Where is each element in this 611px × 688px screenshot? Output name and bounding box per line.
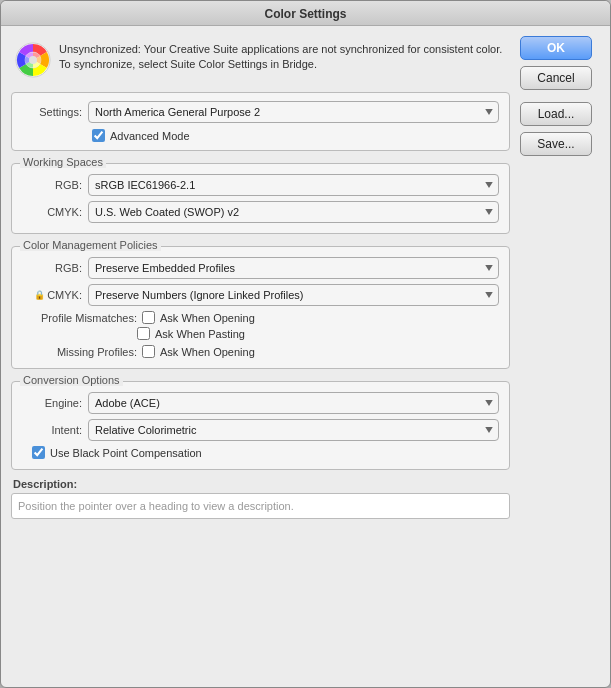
rgb-label: RGB:: [22, 179, 82, 191]
description-box: Position the pointer over a heading to v…: [11, 493, 510, 519]
missing-opening-label: Ask When Opening: [160, 346, 255, 358]
cm-cmyk-row: 🔒 CMYK: Preserve Numbers (Ignore Linked …: [22, 284, 499, 306]
color-wheel-icon: [15, 42, 51, 78]
description-placeholder: Position the pointer over a heading to v…: [18, 500, 294, 512]
cmyk-row: CMYK: U.S. Web Coated (SWOP) v2: [22, 201, 499, 223]
cmyk-label: CMYK:: [22, 206, 82, 218]
color-management-section: Color Management Policies RGB: Preserve …: [11, 246, 510, 369]
color-management-title: Color Management Policies: [20, 239, 161, 251]
window-title: Color Settings: [264, 7, 346, 21]
mismatch-pasting-label: Ask When Pasting: [155, 328, 245, 340]
description-title: Description:: [11, 478, 510, 490]
cm-rgb-label: RGB:: [22, 262, 82, 274]
description-section: Description: Position the pointer over a…: [11, 478, 510, 519]
mismatch-header: Profile Mismatches: Ask When Opening: [22, 311, 255, 324]
conversion-title: Conversion Options: [20, 374, 123, 386]
settings-section: Settings: North America General Purpose …: [11, 92, 510, 151]
black-point-row: Use Black Point Compensation: [22, 446, 499, 459]
cm-rgb-row: RGB: Preserve Embedded Profiles: [22, 257, 499, 279]
color-settings-window: Color Settings: [0, 0, 611, 688]
engine-select[interactable]: Adobe (ACE): [88, 392, 499, 414]
warning-text: Unsynchronized: Your Creative Suite appl…: [59, 42, 506, 73]
working-spaces-title: Working Spaces: [20, 156, 106, 168]
intent-row: Intent: Relative Colorimetric: [22, 419, 499, 441]
mismatch-label: Profile Mismatches:: [22, 312, 137, 324]
profile-mismatch-row: Profile Mismatches: Ask When Opening Ask…: [22, 311, 499, 340]
title-bar: Color Settings: [1, 1, 610, 26]
intent-label: Intent:: [22, 424, 82, 436]
warning-banner: Unsynchronized: Your Creative Suite appl…: [11, 36, 510, 84]
rgb-row: RGB: sRGB IEC61966-2.1: [22, 174, 499, 196]
cm-cmyk-label: 🔒 CMYK:: [22, 289, 82, 301]
engine-label: Engine:: [22, 397, 82, 409]
left-panel: Unsynchronized: Your Creative Suite appl…: [11, 36, 510, 677]
save-button[interactable]: Save...: [520, 132, 592, 156]
cmyk-select[interactable]: U.S. Web Coated (SWOP) v2: [88, 201, 499, 223]
rgb-select[interactable]: sRGB IEC61966-2.1: [88, 174, 499, 196]
svg-point-2: [29, 56, 37, 64]
engine-row: Engine: Adobe (ACE): [22, 392, 499, 414]
black-point-label: Use Black Point Compensation: [50, 447, 202, 459]
missing-opening-checkbox[interactable]: [142, 345, 155, 358]
settings-row: Settings: North America General Purpose …: [22, 101, 499, 123]
right-panel: OK Cancel Load... Save...: [520, 36, 600, 677]
black-point-checkbox[interactable]: [32, 446, 45, 459]
intent-select[interactable]: Relative Colorimetric: [88, 419, 499, 441]
lock-icon: 🔒: [34, 290, 45, 300]
mismatch-opening-checkbox[interactable]: [142, 311, 155, 324]
conversion-section: Conversion Options Engine: Adobe (ACE) I…: [11, 381, 510, 470]
advanced-mode-row: Advanced Mode: [22, 129, 499, 142]
mismatch-pasting-checkbox[interactable]: [137, 327, 150, 340]
cm-cmyk-select[interactable]: Preserve Numbers (Ignore Linked Profiles…: [88, 284, 499, 306]
settings-label: Settings:: [22, 106, 82, 118]
missing-profiles-label: Missing Profiles:: [22, 346, 137, 358]
mismatch-opening-label: Ask When Opening: [160, 312, 255, 324]
conversion-content: Engine: Adobe (ACE) Intent: Relative Col…: [22, 392, 499, 459]
working-spaces-content: RGB: sRGB IEC61966-2.1 CMYK: U.S. Web Co…: [22, 174, 499, 223]
load-button[interactable]: Load...: [520, 102, 592, 126]
cm-rgb-select[interactable]: Preserve Embedded Profiles: [88, 257, 499, 279]
advanced-mode-label: Advanced Mode: [110, 130, 190, 142]
missing-profiles-row: Missing Profiles: Ask When Opening: [22, 345, 499, 358]
mismatch-pasting-row: Ask When Pasting: [22, 327, 245, 340]
settings-select[interactable]: North America General Purpose 2: [88, 101, 499, 123]
cancel-button[interactable]: Cancel: [520, 66, 592, 90]
color-management-content: RGB: Preserve Embedded Profiles 🔒 CMYK: …: [22, 257, 499, 358]
working-spaces-section: Working Spaces RGB: sRGB IEC61966-2.1 CM…: [11, 163, 510, 234]
ok-button[interactable]: OK: [520, 36, 592, 60]
advanced-mode-checkbox[interactable]: [92, 129, 105, 142]
